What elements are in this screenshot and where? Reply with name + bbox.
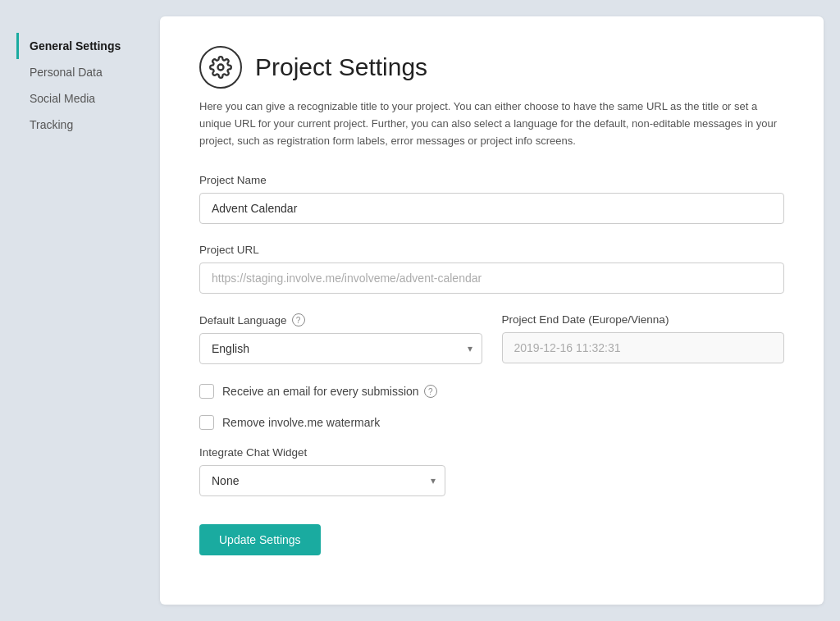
sidebar-item-personal-data[interactable]: Personal Data [16,59,160,85]
default-language-help-icon[interactable]: ? [292,313,305,326]
email-checkbox[interactable] [199,384,214,399]
watermark-checkbox-row: Remove involve.me watermark [199,415,784,430]
sidebar: General Settings Personal Data Social Me… [16,16,160,605]
default-language-select-wrap: English German French Spanish ▾ [199,333,482,364]
page-title: Project Settings [255,53,427,81]
app-layout: General Settings Personal Data Social Me… [16,16,824,605]
project-name-label: Project Name [199,174,784,186]
project-name-input[interactable] [199,193,784,224]
email-checkbox-label: Receive an email for every submission ? [222,385,437,398]
sidebar-item-social-media[interactable]: Social Media [16,85,160,112]
watermark-checkbox-label: Remove involve.me watermark [222,416,380,429]
chat-widget-label: Integrate Chat Widget [199,446,784,459]
project-end-date-input[interactable] [502,332,785,363]
page-header: Project Settings [199,46,784,89]
svg-point-0 [218,65,224,71]
chat-widget-select[interactable]: None Intercom Drift Zendesk [199,465,445,496]
watermark-checkbox[interactable] [199,415,214,430]
update-settings-button[interactable]: Update Settings [199,524,321,555]
default-language-select[interactable]: English German French Spanish [199,333,482,364]
language-date-row: Default Language ? English German French… [199,313,784,364]
chat-widget-select-wrap: None Intercom Drift Zendesk ▾ [199,465,445,496]
project-url-label: Project URL [199,244,784,256]
page-description: Here you can give a recognizable title t… [199,98,784,149]
project-name-section: Project Name [199,174,784,224]
project-url-input[interactable] [199,263,784,294]
default-language-section: Default Language ? English German French… [199,313,482,364]
chat-widget-section: Integrate Chat Widget None Intercom Drif… [199,446,784,496]
project-end-date-section: Project End Date (Europe/Vienna) [502,313,785,364]
project-end-date-label: Project End Date (Europe/Vienna) [502,313,785,326]
sidebar-item-tracking[interactable]: Tracking [16,112,160,138]
default-language-label: Default Language ? [199,313,482,326]
email-help-icon[interactable]: ? [424,385,437,398]
gear-icon [199,46,242,89]
project-url-section: Project URL [199,244,784,294]
main-content: Project Settings Here you can give a rec… [160,16,824,605]
email-checkbox-row: Receive an email for every submission ? [199,384,784,399]
sidebar-item-general-settings[interactable]: General Settings [16,33,160,59]
